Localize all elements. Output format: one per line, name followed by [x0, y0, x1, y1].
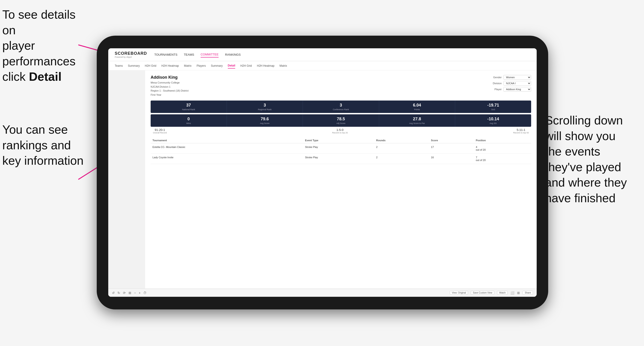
- main-content: Addison King Mesa Community College NJCA…: [108, 70, 537, 289]
- ann-r-line3: the events: [545, 145, 600, 158]
- top-nav-links: TOURNAMENTS TEAMS COMMITTEE RANKINGS: [154, 52, 241, 57]
- stat-wins: 0 Wins: [151, 114, 227, 127]
- division-select[interactable]: NJCAA I NJCAA II: [504, 81, 531, 86]
- nav-teams[interactable]: TEAMS: [184, 52, 194, 57]
- record-overall-value: 91-20-1: [153, 128, 167, 132]
- record-top25-label: Record vs top 25: [332, 132, 348, 134]
- nav-tournaments[interactable]: TOURNAMENTS: [154, 52, 177, 57]
- share-button[interactable]: Share: [522, 291, 533, 295]
- refresh-icon[interactable]: ⟳: [123, 291, 126, 295]
- nav-rankings[interactable]: RANKINGS: [225, 52, 241, 57]
- tab-summary2[interactable]: Summary: [211, 63, 222, 68]
- stat-conference-rank-value: 3: [304, 103, 378, 108]
- ann-bl-line1: You can see: [2, 123, 68, 136]
- stat-regional-rank-value: 3: [228, 103, 302, 108]
- player-label: Player: [494, 88, 502, 91]
- player-filter-row: Player Addison King: [494, 87, 531, 92]
- bottom-toolbar: ↺ ↻ ⟳ ⊞ − + ⏱ View: Original Save Custom…: [108, 289, 537, 297]
- tab-h2h-heatmap[interactable]: H2H Heatmap: [162, 63, 179, 68]
- tab-h2h-heatmap2[interactable]: H2H Heatmap: [257, 63, 274, 68]
- record-overall-label: Overall Record: [153, 132, 167, 134]
- tab-summary[interactable]: Summary: [128, 63, 140, 68]
- table-row: Lady Coyote Invite Stroke Play 2 16 7out…: [151, 154, 531, 164]
- ann-line2: player performances: [2, 39, 76, 68]
- tab-detail[interactable]: Detail: [228, 63, 236, 69]
- stat-avg-score-par: 27.8 Avg Score to Par: [379, 114, 455, 127]
- tab-h2h-grid2[interactable]: H2H Grid: [240, 63, 252, 68]
- watch-button[interactable]: Watch: [497, 291, 508, 295]
- gender-select[interactable]: Women Men: [504, 75, 531, 80]
- gender-label: Gender: [493, 76, 502, 79]
- tab-matrix2[interactable]: Matrix: [280, 63, 287, 68]
- powered-by: Powered by clippd: [115, 56, 147, 58]
- tab-players[interactable]: Players: [196, 63, 206, 68]
- player-select[interactable]: Addison King: [504, 87, 531, 92]
- ann-r-line4: they've played: [545, 160, 621, 174]
- stat-avg-score-par-label: Avg Score to Par: [380, 122, 454, 125]
- ann-r-line6: have finished: [545, 191, 616, 205]
- division-label: Division: [493, 82, 502, 85]
- stat-avg-score: 79.6 Avg Score: [227, 114, 303, 127]
- stat-points-label: Points: [380, 108, 454, 111]
- plus-icon[interactable]: +: [139, 291, 140, 295]
- stat-wins-value: 0: [152, 117, 225, 122]
- col-tournament: Tournament: [151, 138, 303, 143]
- stat-avg-score-par-value: 27.8: [380, 117, 454, 122]
- ann-r-line2: will show you: [545, 129, 616, 143]
- player-division: NJCAA Division 1: [151, 85, 188, 89]
- cell-event-type-2: Stroke Play: [303, 154, 374, 164]
- view-original-button[interactable]: View: Original: [450, 291, 468, 295]
- tab-teams[interactable]: Teams: [115, 63, 123, 68]
- stat-conference-rank: 3 Conference Rank: [303, 101, 379, 113]
- cell-position-1: 4out of 20: [474, 143, 531, 154]
- stat-wins-label: Wins: [152, 122, 225, 125]
- stat-regional-rank-label: Regional Rank: [228, 108, 302, 111]
- stat-national-rank: 37 National Rank: [151, 101, 227, 113]
- tablet-frame: SCOREBOARD Powered by clippd TOURNAMENTS…: [97, 36, 548, 309]
- tab-h2h-grid[interactable]: H2H Grid: [145, 63, 156, 68]
- grid-icon[interactable]: ⊞: [517, 291, 520, 295]
- annotation-right: Scrolling down will show you the events …: [545, 113, 642, 206]
- ann-detail-bold: Detail: [29, 70, 62, 83]
- record-top25-value: 1-5-0: [332, 128, 348, 132]
- player-year: First Year: [151, 93, 188, 97]
- stat-points-value: 6.04: [380, 103, 454, 108]
- ann-r-line5: and where they: [545, 176, 627, 189]
- tab-matrix[interactable]: Matrix: [184, 63, 192, 68]
- minus-icon[interactable]: −: [134, 291, 136, 295]
- stat-avg-sg-value: -10.14: [456, 117, 530, 122]
- stat-avg-sg-label: Avg SG: [456, 122, 530, 125]
- stat-sos-value: -19.71: [456, 103, 530, 108]
- player-info: Addison King Mesa Community College NJCA…: [151, 75, 188, 97]
- record-top50-label: Record vs top 50: [513, 132, 529, 134]
- copy-icon[interactable]: ⊞: [128, 291, 131, 295]
- record-top50-value: 5-11-1: [513, 128, 529, 132]
- stat-national-rank-label: National Rank: [152, 108, 225, 111]
- scoreboard-logo: SCOREBOARD Powered by clippd: [115, 51, 147, 58]
- nav-committee[interactable]: COMMITTEE: [200, 52, 218, 57]
- tablet-screen: SCOREBOARD Powered by clippd TOURNAMENTS…: [108, 48, 537, 297]
- player-header: Addison King Mesa Community College NJCA…: [151, 75, 531, 97]
- player-name: Addison King: [151, 75, 188, 80]
- cell-rounds-2: 2: [374, 154, 429, 164]
- save-custom-view-button[interactable]: Save Custom View: [471, 291, 494, 295]
- top-nav: SCOREBOARD Powered by clippd TOURNAMENTS…: [108, 48, 537, 61]
- stat-conference-rank-label: Conference Rank: [304, 108, 378, 111]
- record-overall: 91-20-1 Overall Record: [153, 128, 167, 134]
- sub-nav: Teams Summary H2H Grid H2H Heatmap Matri…: [108, 61, 537, 70]
- redo-icon[interactable]: ↻: [118, 291, 120, 295]
- screen-icon[interactable]: ⬜: [510, 291, 514, 295]
- stat-adj-score-value: 78.5: [304, 117, 378, 122]
- stats-row-1: 37 National Rank 3 Regional Rank 3 Confe…: [151, 101, 531, 113]
- cell-position-2: 7out of 20: [474, 154, 531, 164]
- cell-score-1: 17: [429, 143, 474, 154]
- ann-bl-line2: rankings and: [2, 139, 71, 152]
- clock-icon[interactable]: ⏱: [143, 291, 146, 295]
- col-rounds: Rounds: [374, 138, 429, 143]
- undo-icon[interactable]: ↺: [112, 291, 115, 295]
- division-filter-row: Division NJCAA I NJCAA II: [493, 81, 531, 86]
- tournaments-table: Tournament Event Type Rounds Score Posit…: [151, 138, 531, 164]
- stats-row-2: 0 Wins 79.6 Avg Score 78.5 Adj Score 27.…: [151, 114, 531, 127]
- stat-national-rank-value: 37: [152, 103, 225, 108]
- detail-panel: Addison King Mesa Community College NJCA…: [145, 70, 537, 289]
